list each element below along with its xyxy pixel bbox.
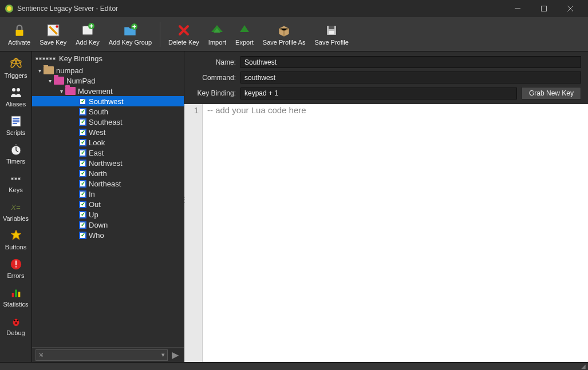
- expand-toggle-icon[interactable]: ▾: [46, 78, 54, 84]
- tab-debug[interactable]: Debug: [0, 311, 31, 340]
- svg-point-18: [12, 88, 15, 91]
- tree-item[interactable]: ✓Out: [32, 199, 184, 209]
- search-combo[interactable]: ⤭ ▾: [35, 349, 168, 361]
- svg-point-32: [15, 322, 17, 324]
- errors-icon: [9, 257, 23, 271]
- tab-timers[interactable]: Timers: [0, 140, 31, 168]
- chevron-down-icon[interactable]: ▾: [161, 351, 165, 359]
- tree-item[interactable]: ✓South: [32, 106, 184, 117]
- tree-node-movement[interactable]: ▾ Movement: [32, 86, 184, 96]
- tree-view[interactable]: ▾ numpad ▾ NumPad ▾ Movement ✓Southwest✓…: [32, 65, 184, 347]
- tree-item[interactable]: ✓Northeast: [32, 178, 184, 189]
- tab-keys[interactable]: Keys: [0, 168, 31, 197]
- activate-button[interactable]: Activate: [3, 21, 35, 48]
- fields-area: Name: Command: Key Binding: Grab New Key: [184, 51, 588, 104]
- import-button[interactable]: Import: [204, 21, 231, 48]
- checkbox-icon[interactable]: ✓: [79, 160, 86, 167]
- tree-item[interactable]: ✓North: [32, 168, 184, 178]
- delete-key-button[interactable]: Delete Key: [164, 21, 204, 48]
- save-profile-button[interactable]: Save Profile: [310, 21, 353, 48]
- minimize-button[interactable]: [504, 0, 531, 17]
- folder-icon: [54, 77, 64, 85]
- tree-item-label: South: [89, 108, 108, 116]
- binding-input[interactable]: [240, 87, 517, 100]
- tree-item-label: Northwest: [89, 159, 123, 168]
- debug-icon: [9, 315, 23, 328]
- timers-icon: [9, 143, 23, 157]
- tab-debug-label: Debug: [6, 329, 25, 336]
- tab-statistics[interactable]: Statistics: [0, 283, 31, 311]
- command-input[interactable]: [240, 71, 581, 83]
- tab-triggers-label: Triggers: [5, 72, 27, 79]
- toolbar-separator: [160, 22, 160, 47]
- checkbox-icon[interactable]: ✓: [79, 180, 86, 188]
- tree-item[interactable]: ✓West: [32, 127, 184, 137]
- export-label: Export: [235, 39, 254, 46]
- resize-grip-icon[interactable]: ◢: [581, 363, 586, 369]
- tree-item[interactable]: ✓Look: [32, 137, 184, 148]
- tree-item[interactable]: ✓Southwest: [32, 96, 184, 106]
- tab-buttons[interactable]: Buttons: [0, 225, 31, 254]
- expand-toggle-icon[interactable]: ▾: [57, 88, 65, 94]
- tree-item[interactable]: ✓Who: [32, 230, 184, 240]
- svg-rect-25: [15, 266, 17, 268]
- checkbox-icon[interactable]: ✓: [79, 232, 86, 239]
- svg-rect-27: [15, 290, 17, 297]
- add-key-button[interactable]: Add Key: [71, 21, 104, 48]
- status-bar: ◢: [0, 362, 588, 370]
- play-button[interactable]: ▶: [170, 350, 180, 360]
- folder-icon: [44, 66, 54, 74]
- save-key-label: Save Key: [40, 39, 66, 46]
- save-profile-as-button[interactable]: Save Profile As: [258, 21, 310, 48]
- checkbox-icon[interactable]: ✓: [79, 170, 86, 177]
- tree-item[interactable]: ✓In: [32, 189, 184, 199]
- tab-triggers[interactable]: Triggers: [0, 54, 31, 82]
- svg-rect-24: [15, 261, 17, 265]
- code-editor[interactable]: 1 -- add your Lua code here: [184, 104, 588, 362]
- close-button[interactable]: [557, 0, 583, 17]
- tree-item[interactable]: ✓Up: [32, 209, 184, 220]
- tab-variables[interactable]: X= Variables: [0, 197, 31, 225]
- code-content[interactable]: -- add your Lua code here: [203, 104, 588, 362]
- tree-item-label: North: [89, 169, 107, 178]
- save-key-button[interactable]: Save Key: [35, 21, 71, 48]
- checkbox-icon[interactable]: ✓: [79, 149, 86, 157]
- export-button[interactable]: Export: [231, 21, 258, 48]
- svg-rect-14: [329, 31, 334, 34]
- tree-node-numpad[interactable]: ▾ numpad: [32, 65, 184, 75]
- add-key-group-button[interactable]: Add Key Group: [104, 21, 156, 48]
- name-input[interactable]: [240, 56, 581, 68]
- tree-item[interactable]: ✓East: [32, 148, 184, 158]
- tree-item-label: East: [89, 149, 104, 157]
- lock-icon: [12, 23, 27, 38]
- tab-errors[interactable]: Errors: [0, 254, 31, 283]
- checkbox-icon[interactable]: ✓: [79, 98, 86, 105]
- keybindings-icon: [35, 57, 56, 60]
- checkbox-icon[interactable]: ✓: [79, 108, 86, 116]
- tree-item[interactable]: ✓Northwest: [32, 158, 184, 168]
- expand-toggle-icon[interactable]: ▾: [35, 67, 44, 74]
- svg-point-1: [7, 6, 11, 11]
- checkbox-icon[interactable]: ✓: [79, 211, 86, 218]
- grab-new-key-button[interactable]: Grab New Key: [522, 87, 581, 100]
- aliases-icon: [9, 86, 23, 100]
- svg-rect-22: [15, 144, 17, 145]
- tree-item[interactable]: ✓Southeast: [32, 117, 184, 127]
- maximize-button[interactable]: [531, 0, 557, 17]
- command-row: Command:: [191, 71, 581, 83]
- checkbox-icon[interactable]: ✓: [79, 139, 86, 146]
- detail-panel: Name: Command: Key Binding: Grab New Key…: [184, 51, 588, 362]
- tab-scripts[interactable]: Scripts: [0, 111, 31, 140]
- main-area: Triggers Aliases Scripts Timers Keys X= …: [0, 51, 588, 362]
- tab-aliases[interactable]: Aliases: [0, 82, 31, 111]
- svg-rect-20: [11, 116, 21, 126]
- checkbox-icon[interactable]: ✓: [79, 118, 86, 126]
- checkbox-icon[interactable]: ✓: [79, 190, 86, 198]
- tree-item[interactable]: ✓Down: [32, 220, 184, 230]
- tree-node-numpad-group[interactable]: ▾ NumPad: [32, 75, 184, 86]
- line-gutter: 1: [184, 104, 203, 362]
- checkbox-icon[interactable]: ✓: [79, 221, 86, 229]
- checkbox-icon[interactable]: ✓: [79, 129, 86, 136]
- checkbox-icon[interactable]: ✓: [79, 201, 86, 208]
- tree-item-label: Southeast: [89, 118, 123, 126]
